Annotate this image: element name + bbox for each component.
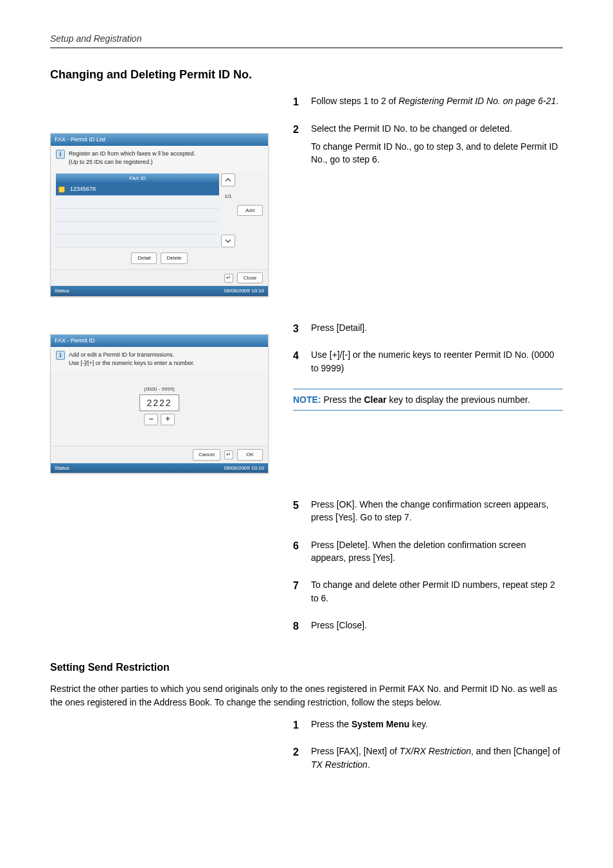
scroll-down-button[interactable] (221, 235, 235, 247)
panel-info-text: Register an ID from which faxes w ll be … (69, 150, 195, 166)
ok-button[interactable]: OK (237, 449, 263, 461)
note-box: NOTE: Press the Clear key to display the… (293, 389, 563, 411)
step-number: 1 (293, 718, 311, 736)
step-body: Press [OK]. When the change confirmation… (311, 498, 563, 529)
status-time: 08/08/2009 10:10 (224, 287, 264, 295)
plus-button[interactable]: + (161, 414, 175, 425)
header-rule (50, 48, 563, 48)
step-number: 2 (293, 122, 311, 172)
step-body: Select the Permit ID No. to be changed o… (311, 122, 563, 172)
enter-icon: ↵ (224, 274, 233, 283)
status-time: 08/08/2009 10:10 (224, 465, 264, 472)
delete-button[interactable]: Delete (161, 252, 187, 264)
step-body: To change and delete other Permit ID num… (311, 578, 563, 610)
step-body: Use [+]/[-] or the numeric keys to reent… (311, 348, 563, 380)
step-number: 8 (293, 619, 311, 637)
subheading: Setting Send Restriction (50, 660, 563, 675)
note-label: NOTE: (293, 394, 321, 405)
panel-info-text: Add or edit a Permit ID for transmission… (69, 351, 195, 368)
list-item[interactable]: 12345678 (56, 183, 219, 196)
detail-button[interactable]: Detail (131, 252, 157, 264)
step-body: Press the System Menu key. (311, 718, 563, 736)
list-item[interactable] (56, 196, 219, 209)
status-label: Status (55, 287, 69, 295)
list-item[interactable] (56, 209, 219, 222)
column-header: FAX ID (56, 173, 219, 184)
step-number: 5 (293, 498, 311, 529)
enter-icon: ↵ (224, 450, 233, 459)
step-body: Press [Delete]. When the deletion confir… (311, 538, 563, 570)
step-number: 2 (293, 745, 311, 776)
info-icon: i (56, 351, 65, 360)
step-number: 3 (293, 321, 311, 339)
body-paragraph: Restrict the other parties to which you … (50, 682, 563, 709)
fax-icon (58, 186, 65, 193)
panel-permit-id-entry: FAX - Permit ID i Add or edit a Permit I… (50, 334, 269, 474)
status-label: Status (55, 465, 69, 472)
running-header: Setup and Registration (50, 32, 563, 45)
range-label: (0000 - 9999) (56, 385, 263, 393)
panel-titlebar: FAX - Permit ID List (51, 134, 268, 146)
permit-id-field[interactable]: 2222 (139, 394, 179, 411)
panel-permit-id-list: FAX - Permit ID List i Register an ID fr… (50, 133, 269, 297)
step-body: Follow steps 1 to 2 of Registering Permi… (311, 94, 563, 112)
list-item[interactable] (56, 222, 219, 235)
close-button[interactable]: Close (237, 272, 263, 284)
info-line: Use [-]/[+] or the numeric keys to enter… (69, 359, 195, 368)
list-item[interactable] (56, 235, 219, 247)
info-line: (Up to 25 IDs can be registered.) (69, 158, 195, 166)
scroll-up-button[interactable] (221, 173, 235, 186)
step-body: Press [FAX], [Next] of TX/RX Restriction… (311, 745, 563, 776)
step-body: Press [Detail]. (311, 321, 563, 339)
info-icon: i (56, 150, 65, 159)
step-number: 1 (293, 94, 311, 112)
step-number: 4 (293, 348, 311, 380)
step-number: 6 (293, 538, 311, 570)
add-button[interactable]: Add (237, 205, 263, 217)
info-line: Add or edit a Permit ID for transmission… (69, 351, 195, 359)
page-indicator: 1/1 (221, 188, 235, 206)
minus-button[interactable]: − (144, 414, 158, 425)
step-body: Press [Close]. (311, 619, 563, 637)
panel-titlebar: FAX - Permit ID (51, 335, 268, 347)
step-number: 7 (293, 578, 311, 610)
info-line: Register an ID from which faxes w ll be … (69, 150, 195, 158)
page-title: Changing and Deleting Permit ID No. (50, 66, 563, 83)
cancel-button[interactable]: Cancel (193, 449, 220, 461)
list-item-value: 12345678 (67, 185, 219, 193)
